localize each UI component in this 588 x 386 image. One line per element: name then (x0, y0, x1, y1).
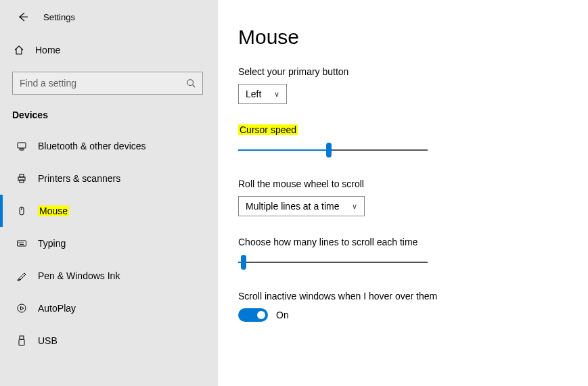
app-title: Settings (43, 12, 75, 22)
sidebar-item-pen[interactable]: Pen & Windows Ink (0, 260, 218, 292)
slider-fill (238, 149, 329, 151)
scroll-mode-value: Multiple lines at a time (246, 201, 340, 212)
search-input[interactable] (20, 78, 186, 89)
svg-rect-15 (20, 336, 24, 339)
sidebar-item-autoplay[interactable]: AutoPlay (0, 292, 218, 324)
pen-icon (16, 270, 38, 281)
slider-track (238, 262, 428, 263)
svg-rect-16 (19, 339, 24, 345)
sidebar-item-label: USB (38, 335, 58, 346)
home-link[interactable]: Home (0, 38, 218, 62)
header-row: Settings (0, 9, 218, 30)
search-box[interactable] (12, 72, 203, 95)
search-icon (186, 78, 196, 88)
sidebar-item-label: Mouse (38, 206, 69, 216)
main-panel: Mouse Select your primary button Left ∨ … (218, 0, 588, 386)
svg-rect-4 (20, 174, 24, 177)
primary-button-label: Select your primary button (238, 66, 568, 77)
keyboard-icon (16, 238, 38, 249)
sidebar-item-label: Printers & scanners (38, 173, 120, 184)
sidebar-item-typing[interactable]: Typing (0, 227, 218, 260)
section-header-devices: Devices (0, 101, 218, 124)
scroll-lines-slider[interactable] (238, 254, 428, 270)
inactive-scroll-toggle[interactable] (238, 308, 268, 322)
primary-button-select[interactable]: Left ∨ (238, 84, 287, 104)
scroll-mode-label: Roll the mouse wheel to scroll (238, 178, 568, 189)
sidebar: Settings Home Devices Bluetooth & other … (0, 0, 218, 386)
svg-rect-8 (18, 241, 26, 246)
scroll-mode-select[interactable]: Multiple lines at a time ∨ (238, 196, 365, 216)
sidebar-item-label: Pen & Windows Ink (38, 270, 120, 281)
cursor-speed-label: Cursor speed (238, 124, 568, 135)
primary-button-value: Left (246, 89, 261, 99)
usb-icon (16, 335, 38, 346)
svg-rect-2 (20, 149, 24, 150)
inactive-scroll-value: On (276, 310, 289, 320)
sidebar-item-bluetooth[interactable]: Bluetooth & other devices (0, 130, 218, 162)
sidebar-item-mouse[interactable]: Mouse (0, 195, 218, 227)
svg-point-14 (18, 304, 26, 312)
cursor-speed-slider[interactable] (238, 142, 428, 158)
sidebar-item-label: AutoPlay (38, 303, 76, 314)
svg-point-0 (187, 80, 194, 86)
slider-thumb[interactable] (241, 255, 246, 270)
sidebar-item-usb[interactable]: USB (0, 324, 218, 357)
sidebar-item-label: Typing (38, 238, 66, 249)
inactive-scroll-label: Scroll inactive windows when I hover ove… (238, 291, 568, 301)
inactive-scroll-row: On (238, 308, 568, 322)
devices-icon (16, 141, 38, 151)
back-button[interactable] (18, 11, 31, 22)
search-wrap (0, 62, 218, 101)
slider-thumb[interactable] (326, 143, 332, 158)
home-icon (14, 45, 35, 55)
printer-icon (16, 173, 38, 184)
svg-rect-1 (18, 143, 26, 148)
scroll-lines-label: Choose how many lines to scroll each tim… (238, 237, 568, 247)
page-title: Mouse (238, 26, 568, 49)
chevron-down-icon: ∨ (274, 90, 279, 99)
mouse-icon (16, 206, 38, 216)
autoplay-icon (16, 303, 38, 314)
home-label: Home (35, 45, 60, 55)
chevron-down-icon: ∨ (352, 202, 357, 211)
toggle-knob (257, 311, 265, 319)
sidebar-item-label: Bluetooth & other devices (38, 141, 146, 151)
sidebar-item-printers[interactable]: Printers & scanners (0, 162, 218, 195)
